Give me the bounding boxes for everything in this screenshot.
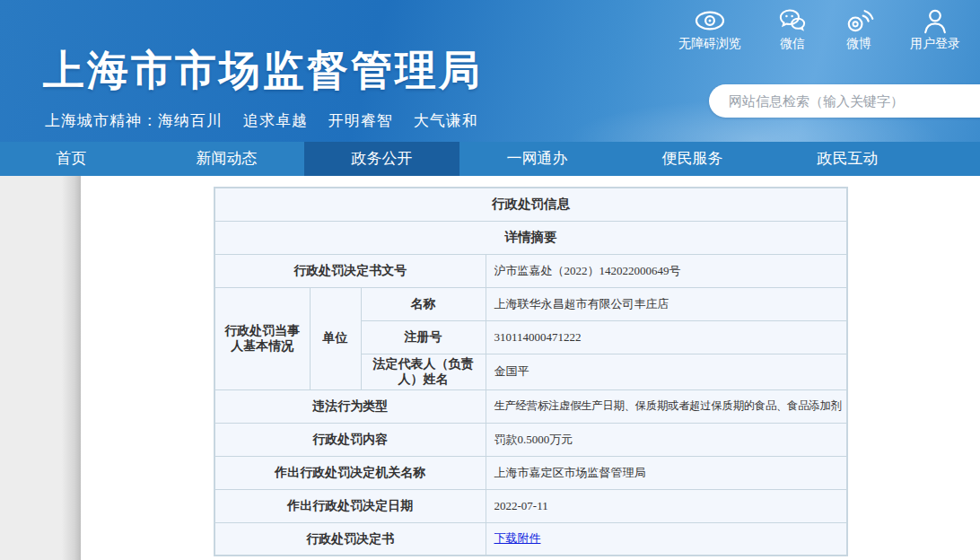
reg-no-label: 注册号 <box>361 320 486 354</box>
quick-link-label: 微信 <box>780 36 805 52</box>
accessibility-link[interactable]: 无障碍浏览 <box>678 7 741 52</box>
decision-date-label: 作出行政处罚决定日期 <box>214 489 486 522</box>
violation-type-value: 生产经营标注虚假生产日期、保质期或者超过保质期的食品、食品添加剂 <box>486 389 847 423</box>
city-spirit-slogan: 上海城市精神：海纳百川 追求卓越 开明睿智 大气谦和 <box>45 110 478 131</box>
authority-value: 上海市嘉定区市场监督管理局 <box>486 456 847 489</box>
nav-item-one-stop-services[interactable]: 一网通办 <box>459 142 615 176</box>
eye-icon <box>694 7 726 34</box>
site-header: 上海市市场监督管理局 上海城市精神：海纳百川 追求卓越 开明睿智 大气谦和 无障… <box>0 0 980 142</box>
nav-item-gov-disclosure[interactable]: 政务公开 <box>304 142 459 176</box>
doc-no-value: 沪市监嘉处（2022）142022000649号 <box>486 254 847 287</box>
decision-doc-cell: 下载附件 <box>486 522 847 556</box>
table-row: 违法行为类型 生产经营标注虚假生产日期、保质期或者超过保质期的食品、食品添加剂 <box>214 389 847 423</box>
download-attachment-link[interactable]: 下载附件 <box>494 531 541 545</box>
table-row: 行政处罚信息 <box>214 188 847 221</box>
penalty-content-value: 罚款0.5000万元 <box>486 423 847 456</box>
authority-label: 作出行政处罚决定机关名称 <box>214 456 486 489</box>
unit-label: 单位 <box>310 287 361 389</box>
table-row: 作出行政处罚决定机关名称 上海市嘉定区市场监督管理局 <box>214 456 847 489</box>
header-quick-links: 无障碍浏览 微信 微博 <box>678 7 960 52</box>
table-row: 行政处罚决定书 下载附件 <box>214 522 847 556</box>
weibo-link[interactable]: 微博 <box>844 7 874 52</box>
quick-link-label: 无障碍浏览 <box>678 36 741 52</box>
table-row: 详情摘要 <box>214 221 847 254</box>
nav-item-public-interaction[interactable]: 政民互动 <box>770 142 925 176</box>
party-name-value: 上海联华永昌超市有限公司丰庄店 <box>486 287 847 320</box>
table-row: 行政处罚当事人基本情况 单位 名称 上海联华永昌超市有限公司丰庄店 <box>214 287 847 320</box>
table-subtitle: 详情摘要 <box>214 221 847 254</box>
doc-no-label: 行政处罚决定书文号 <box>214 254 486 287</box>
table-row: 行政处罚决定书文号 沪市监嘉处（2022）142022000649号 <box>214 254 847 287</box>
weibo-icon <box>844 7 874 34</box>
quick-link-label: 用户登录 <box>910 36 960 52</box>
main-content: 行政处罚信息 详情摘要 行政处罚决定书文号 沪市监嘉处（2022）1420220… <box>0 176 980 560</box>
search-input[interactable] <box>709 84 980 118</box>
nav-item-news[interactable]: 新闻动态 <box>149 142 304 176</box>
wechat-icon <box>777 7 808 34</box>
nav-item-special-topics[interactable]: 专题 <box>925 142 980 176</box>
user-login-link[interactable]: 用户登录 <box>910 7 960 52</box>
site-search-box <box>709 84 980 118</box>
table-row: 作出行政处罚决定日期 2022-07-11 <box>214 489 847 522</box>
main-navbar: 首页 新闻动态 政务公开 一网通办 便民服务 政民互动 专题 <box>0 142 980 176</box>
penalty-content-label: 行政处罚内容 <box>214 423 486 456</box>
site-title: 上海市市场监督管理局 <box>43 43 483 99</box>
quick-link-label: 微博 <box>846 36 871 52</box>
reg-no-value: 310114000471222 <box>486 320 847 354</box>
left-gray-strip <box>0 176 81 560</box>
party-name-label: 名称 <box>361 287 486 320</box>
violation-type-label: 违法行为类型 <box>214 389 486 423</box>
wechat-link[interactable]: 微信 <box>777 7 808 52</box>
decision-date-value: 2022-07-11 <box>486 489 847 522</box>
table-title: 行政处罚信息 <box>214 188 847 221</box>
nav-item-public-services[interactable]: 便民服务 <box>615 142 770 176</box>
table-row: 行政处罚内容 罚款0.5000万元 <box>214 423 847 456</box>
legal-rep-value: 金国平 <box>486 354 847 389</box>
user-icon <box>920 7 950 34</box>
penalty-info-table: 行政处罚信息 详情摘要 行政处罚决定书文号 沪市监嘉处（2022）1420220… <box>214 187 848 556</box>
decision-doc-label: 行政处罚决定书 <box>214 522 486 556</box>
legal-rep-label: 法定代表人（负责人）姓名 <box>361 354 486 389</box>
party-basic-info-label: 行政处罚当事人基本情况 <box>214 287 310 389</box>
nav-item-home[interactable]: 首页 <box>0 142 149 176</box>
